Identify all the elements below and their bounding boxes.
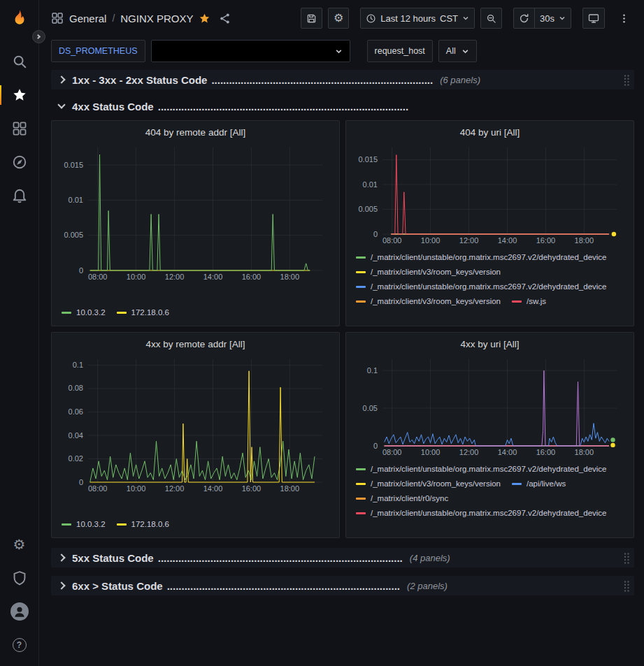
row-title-dots: ........................................… <box>158 101 408 113</box>
variable-label-request-host[interactable]: request_host <box>367 40 433 62</box>
panel-title[interactable]: 404 by uri [All] <box>352 123 628 140</box>
more-options-button[interactable] <box>613 8 634 29</box>
sidebar-item-explore[interactable] <box>0 145 38 179</box>
chevron-right-icon <box>57 553 65 561</box>
bell-icon <box>12 188 27 203</box>
row-drag-handle[interactable] <box>623 552 630 564</box>
share-alt-icon <box>219 13 231 24</box>
legend-item[interactable]: /_matrix/client/v3/room_keys/version <box>356 294 501 309</box>
svg-text:14:00: 14:00 <box>203 484 223 493</box>
star-icon <box>199 13 210 24</box>
legend-item[interactable]: /_matrix/client/r0/sync <box>356 491 448 506</box>
topbar-actions: ⚙ Last 12 hours CST <box>301 8 634 29</box>
variable-label-text: DS_PROMETHEUS <box>59 46 138 56</box>
refresh-dashboard-button[interactable] <box>513 8 535 29</box>
legend-item[interactable]: 172.18.0.6 <box>117 305 169 320</box>
sidebar-item-configuration[interactable]: ⚙ <box>0 528 38 561</box>
legend-item[interactable]: 10.0.3.2 <box>62 517 106 532</box>
sidebar-item-search[interactable] <box>0 45 38 78</box>
legend-item[interactable]: 172.18.0.6 <box>117 517 169 532</box>
legend-item[interactable]: /api/live/ws <box>512 477 566 491</box>
svg-text:18:00: 18:00 <box>575 236 594 245</box>
refresh-interval-value: 30s <box>540 13 554 24</box>
svg-text:12:00: 12:00 <box>459 448 479 456</box>
breadcrumb-page-title[interactable]: NGINX PROXY <box>120 13 193 24</box>
sidebar-item-dashboards[interactable] <box>0 112 38 145</box>
svg-text:0.05: 0.05 <box>363 404 378 412</box>
variable-value-ds-prometheus[interactable] <box>151 40 350 62</box>
zoom-out-time-button[interactable] <box>480 8 502 29</box>
legend-item[interactable]: /sw.js <box>512 294 546 309</box>
dashboard-row-1xx-3xx-2xx[interactable]: 1xx - 3xx - 2xx Status Code ............… <box>51 70 634 89</box>
svg-text:10:00: 10:00 <box>127 484 146 493</box>
timeseries-chart[interactable]: 08:0010:0012:0014:0016:0018:0000.0050.01… <box>57 140 334 283</box>
dashboard-row-6xx[interactable]: 6xx > Status Code ......................… <box>51 576 634 595</box>
legend-item[interactable]: /_matrix/client/v3/room_keys/version <box>356 477 501 491</box>
svg-text:08:00: 08:00 <box>88 273 108 281</box>
refresh-interval-picker[interactable]: 30s <box>534 8 571 29</box>
sidebar-item-profile[interactable] <box>0 595 38 628</box>
sidebar-item-starred[interactable] <box>0 78 38 112</box>
row-title: 5xx Status Code <box>72 552 154 564</box>
sidebar-item-alerting[interactable] <box>0 179 38 212</box>
variable-value-request-host[interactable]: All <box>438 40 477 62</box>
svg-text:0.04: 0.04 <box>69 431 83 440</box>
row-drag-handle[interactable] <box>623 580 630 592</box>
timeseries-chart[interactable]: 08:0010:0012:0014:0016:0018:0000.050.1 <box>352 352 628 458</box>
sidebar: ⚙ ? <box>0 0 39 666</box>
legend-item[interactable]: /_matrix/client/unstable/org.matrix.msc2… <box>356 462 607 477</box>
legend-item[interactable]: /_matrix/client/v3/room_keys/version <box>356 265 501 280</box>
sidebar-nav <box>0 45 38 212</box>
svg-text:18:00: 18:00 <box>575 448 594 456</box>
row-drag-handle[interactable] <box>623 74 630 86</box>
time-range-picker[interactable]: Last 12 hours CST <box>360 8 475 29</box>
svg-text:0.1: 0.1 <box>73 361 83 369</box>
breadcrumb-section[interactable]: General <box>69 13 106 24</box>
dashboard-settings-button[interactable]: ⚙ <box>328 8 349 29</box>
timeseries-chart[interactable]: 08:0010:0012:0014:0016:0018:0000.0050.01… <box>352 140 628 247</box>
svg-text:10:00: 10:00 <box>421 236 441 245</box>
panel-title[interactable]: 4xx by uri [All] <box>352 335 628 352</box>
favorite-star-button[interactable] <box>199 13 210 24</box>
sidebar-item-server-admin[interactable] <box>0 561 38 595</box>
svg-text:16:00: 16:00 <box>536 236 556 245</box>
avatar <box>10 602 29 621</box>
chevron-down-icon <box>461 48 469 55</box>
sidebar-expand-button[interactable] <box>32 30 45 43</box>
panel-title[interactable]: 4xx by remote addr [All] <box>57 335 334 352</box>
sidebar-item-help[interactable]: ? <box>0 628 38 662</box>
svg-text:0.1: 0.1 <box>367 366 378 375</box>
sidebar-bottom: ⚙ ? <box>0 528 38 666</box>
variables-bar: DS_PROMETHEUS request_host All <box>39 36 644 64</box>
dashboard-row-5xx[interactable]: 5xx Status Code ........................… <box>51 548 634 567</box>
variable-label-text: request_host <box>375 46 425 56</box>
svg-text:0.01: 0.01 <box>363 180 378 189</box>
svg-text:16:00: 16:00 <box>242 484 262 493</box>
zoom-out-icon <box>486 13 496 24</box>
variable-label-ds-prometheus[interactable]: DS_PROMETHEUS <box>51 40 145 62</box>
legend-item[interactable]: /_matrix/client/unstable/org.matrix.msc2… <box>356 506 607 521</box>
svg-text:14:00: 14:00 <box>203 273 223 281</box>
save-icon <box>306 13 317 24</box>
monitor-icon <box>588 13 599 24</box>
share-dashboard-button[interactable] <box>219 13 231 24</box>
timeseries-chart[interactable]: 08:0010:0012:0014:0016:0018:0000.020.040… <box>57 352 334 495</box>
legend: 10.0.3.2172.18.0.6 <box>57 304 334 321</box>
apps-grid-icon <box>12 121 27 136</box>
chevron-right-icon <box>57 75 65 83</box>
svg-text:0.08: 0.08 <box>69 384 83 392</box>
panel-4xx-by-uri: 4xx by uri [All] 08:0010:0012:0014:0016:… <box>345 332 634 538</box>
grafana-logo[interactable] <box>6 6 33 32</box>
cycle-view-mode-button[interactable] <box>582 8 605 29</box>
chevron-down-icon <box>559 15 566 22</box>
legend-item[interactable]: /_matrix/client/unstable/org.matrix.msc2… <box>356 250 607 265</box>
legend-item[interactable]: 10.0.3.2 <box>62 305 106 320</box>
user-icon <box>12 604 27 619</box>
kebab-menu-icon <box>619 13 629 24</box>
legend-item[interactable]: /_matrix/client/unstable/org.matrix.msc2… <box>356 280 607 294</box>
dashboard-row-4xx[interactable]: 4xx Status Code ........................… <box>51 96 634 116</box>
save-dashboard-button[interactable] <box>301 8 322 29</box>
panel-title[interactable]: 404 by remote addr [All] <box>57 123 334 140</box>
svg-text:0.06: 0.06 <box>69 407 83 416</box>
row-title-dots: ........................................… <box>211 74 433 86</box>
